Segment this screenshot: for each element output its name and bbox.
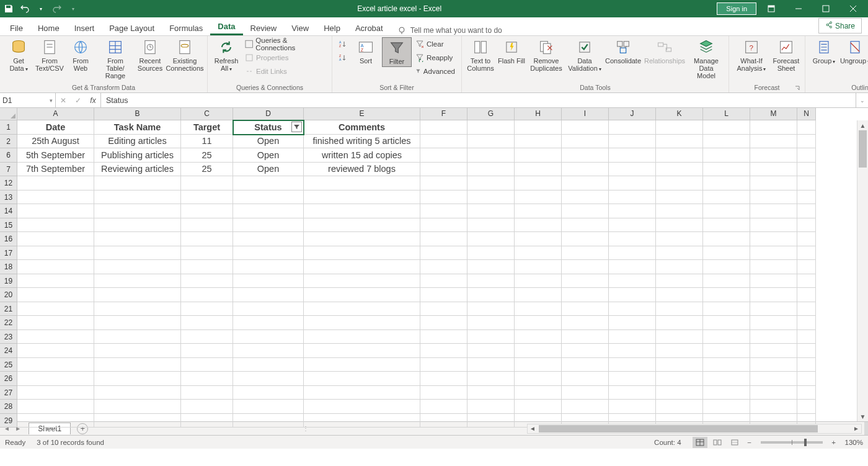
cell-H24[interactable] <box>515 344 562 358</box>
cell-A17[interactable] <box>17 246 94 261</box>
cell-D18[interactable] <box>233 260 304 274</box>
column-header-G[interactable]: G <box>467 108 515 120</box>
tab-data[interactable]: Data <box>210 18 242 35</box>
cell-K17[interactable] <box>656 246 703 261</box>
cell-L2[interactable] <box>703 135 750 149</box>
row-header-29[interactable]: 29 <box>0 414 17 428</box>
cell-M7[interactable] <box>750 163 797 177</box>
zoom-slider[interactable] <box>761 441 823 444</box>
tab-review[interactable]: Review <box>243 20 285 35</box>
data-validation-button[interactable]: Data Validation▾ <box>566 37 603 74</box>
cell-N27[interactable] <box>797 386 816 400</box>
cell-G19[interactable] <box>467 274 515 289</box>
cell-G16[interactable] <box>467 232 515 246</box>
cell-A29[interactable] <box>17 414 94 428</box>
cell-G25[interactable] <box>467 358 515 372</box>
cell-J7[interactable] <box>609 163 656 177</box>
cell-D17[interactable] <box>233 246 304 261</box>
column-header-I[interactable]: I <box>562 108 609 120</box>
cell-I2[interactable] <box>562 135 609 149</box>
cell-G2[interactable] <box>467 135 515 149</box>
cell-C17[interactable] <box>181 246 233 261</box>
cell-A7[interactable]: 7th September <box>17 163 94 177</box>
cell-M15[interactable] <box>750 218 797 233</box>
scroll-up-icon[interactable]: ▲ <box>857 120 868 130</box>
cell-E22[interactable] <box>304 316 420 330</box>
cell-B23[interactable] <box>94 330 181 344</box>
cell-N6[interactable] <box>797 148 816 163</box>
cell-N16[interactable] <box>797 232 816 246</box>
cell-F16[interactable] <box>420 232 467 246</box>
cell-C23[interactable] <box>181 330 233 344</box>
cell-A22[interactable] <box>17 316 94 330</box>
cell-G18[interactable] <box>467 260 515 274</box>
cell-G17[interactable] <box>467 246 515 261</box>
cell-H25[interactable] <box>515 358 562 372</box>
cell-K12[interactable] <box>656 176 703 190</box>
cell-B24[interactable] <box>94 344 181 358</box>
cell-J15[interactable] <box>609 218 656 233</box>
cell-N25[interactable] <box>797 358 816 372</box>
recent-sources-button[interactable]: Recent Sources <box>135 37 165 73</box>
cell-E19[interactable] <box>304 274 420 289</box>
cell-G20[interactable] <box>467 288 515 302</box>
cell-B28[interactable] <box>94 400 181 414</box>
cell-N22[interactable] <box>797 316 816 330</box>
cell-D7[interactable]: Open <box>233 163 304 177</box>
cell-C29[interactable] <box>181 414 233 428</box>
cell-D25[interactable] <box>233 358 304 372</box>
vertical-scrollbar[interactable]: ▲ ▼ <box>857 120 868 421</box>
cell-I15[interactable] <box>562 218 609 233</box>
hscroll-thumb[interactable] <box>539 425 818 432</box>
cell-E24[interactable] <box>304 344 420 358</box>
cell-C18[interactable] <box>181 260 233 274</box>
relationships-button[interactable]: Relationships <box>643 37 686 66</box>
cell-K20[interactable] <box>656 288 703 302</box>
cell-I25[interactable] <box>562 358 609 372</box>
cell-D14[interactable] <box>233 204 304 218</box>
cell-E20[interactable] <box>304 288 420 302</box>
cell-G28[interactable] <box>467 400 515 414</box>
cell-J16[interactable] <box>609 232 656 246</box>
cell-L27[interactable] <box>703 386 750 400</box>
cell-C25[interactable] <box>181 358 233 372</box>
tab-acrobat[interactable]: Acrobat <box>348 20 391 35</box>
cell-G24[interactable] <box>467 344 515 358</box>
row-header-21[interactable]: 21 <box>0 302 17 316</box>
cell-B12[interactable] <box>94 176 181 190</box>
cell-B19[interactable] <box>94 274 181 289</box>
cell-K2[interactable] <box>656 135 703 149</box>
cell-M16[interactable] <box>750 232 797 246</box>
cell-L14[interactable] <box>703 204 750 218</box>
cell-J26[interactable] <box>609 372 656 386</box>
cell-K7[interactable] <box>656 163 703 177</box>
cell-D23[interactable] <box>233 330 304 344</box>
tab-help[interactable]: Help <box>316 20 348 35</box>
queries-connections-button[interactable]: Queries & Connections <box>242 37 328 51</box>
cell-D2[interactable]: Open <box>233 135 304 149</box>
cell-A24[interactable] <box>17 344 94 358</box>
cell-D15[interactable] <box>233 218 304 233</box>
cell-E13[interactable] <box>304 190 420 205</box>
cell-L19[interactable] <box>703 274 750 289</box>
cell-C2[interactable]: 11 <box>181 135 233 149</box>
row-header-28[interactable]: 28 <box>0 400 17 414</box>
cell-M20[interactable] <box>750 288 797 302</box>
cell-H21[interactable] <box>515 302 562 316</box>
cell-F2[interactable] <box>420 135 467 149</box>
row-header-24[interactable]: 24 <box>0 344 17 358</box>
cell-K24[interactable] <box>656 344 703 358</box>
cell-H19[interactable] <box>515 274 562 289</box>
cell-F21[interactable] <box>420 302 467 316</box>
row-header-2[interactable]: 2 <box>0 135 17 149</box>
row-header-23[interactable]: 23 <box>0 330 17 344</box>
row-header-19[interactable]: 19 <box>0 274 17 289</box>
tab-formulas[interactable]: Formulas <box>162 20 210 35</box>
cell-C13[interactable] <box>181 190 233 205</box>
get-data-button[interactable]: Get Data▾ <box>4 37 33 74</box>
cell-N7[interactable] <box>797 163 816 177</box>
cell-I6[interactable] <box>562 148 609 163</box>
row-header-22[interactable]: 22 <box>0 316 17 330</box>
cell-I22[interactable] <box>562 316 609 330</box>
cell-D16[interactable] <box>233 232 304 246</box>
